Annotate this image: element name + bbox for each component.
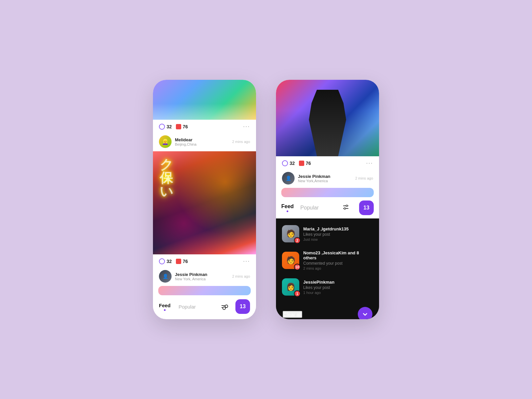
notif-time-3: 1 hour ago	[303, 291, 373, 295]
shares-count-2: 76	[183, 259, 188, 264]
user-row-jessie: 👤 Jessie Pinkman New York, America 2 min…	[153, 268, 256, 286]
tab-feed[interactable]: Feed	[281, 203, 294, 212]
notif-users-3: JessiePinkman	[303, 280, 373, 285]
notification-tabs: Feed Popular 13	[276, 197, 379, 218]
next-post-preview	[158, 286, 251, 295]
notif-time-1: Just now	[303, 237, 373, 241]
notif-content-1: Maria_J ,Igetdrunk135 Likes your post Ju…	[303, 226, 373, 241]
svg-point-1	[346, 205, 348, 207]
right-top-image	[276, 80, 379, 156]
tab-popular[interactable]: Popular	[300, 205, 319, 211]
right-shares-icon	[299, 161, 304, 166]
nav-feed-label: Feed	[159, 303, 171, 308]
notif-users-1: Maria_J ,Igetdrunk135	[303, 226, 373, 231]
stats-row-1: 32 76 ···	[153, 120, 256, 133]
right-filter-icon[interactable]	[342, 204, 349, 212]
notif-avatar-wrap-1: 🧑 2	[282, 225, 299, 242]
time-melidear: 2 mins ago	[232, 140, 250, 144]
filter-line-2	[221, 307, 227, 308]
stats-row-2: 32 76 ···	[153, 254, 256, 268]
notifications-footer: Clear all	[276, 302, 379, 319]
right-user-info: Jessie Pinkman New York,America	[298, 174, 352, 183]
notif-item-3[interactable]: 👩 1 JessiePinkman Likes your post 1 hour…	[276, 274, 379, 300]
filter-icon[interactable]	[221, 305, 227, 308]
likes-count: 32	[167, 124, 172, 129]
notif-item-2[interactable]: 🧑 10 Nomo23 ,JessicaKim and 8 others Com…	[276, 246, 379, 274]
right-time: 2 mins ago	[355, 176, 373, 180]
user-location-jessie: New York, America	[175, 277, 229, 281]
right-likes-icon	[282, 160, 288, 166]
right-post-preview	[281, 188, 374, 197]
notif-item-1[interactable]: 🧑 2 Maria_J ,Igetdrunk135 Likes your pos…	[276, 221, 379, 246]
post-image: ク保い	[153, 151, 256, 254]
user-name-jessie: Jessie Pinkman	[175, 272, 229, 277]
tab-feed-dot	[287, 210, 288, 212]
avatar-melidear: 👱‍♀️	[159, 135, 172, 148]
more-options-icon[interactable]: ···	[243, 123, 250, 130]
tab-feed-label: Feed	[281, 203, 294, 209]
notif-action-3: Likes your post	[303, 285, 373, 290]
more-options-icon-2[interactable]: ···	[243, 258, 250, 265]
notif-avatar-wrap-3: 👩 1	[282, 278, 299, 296]
user-info-melidear: Melidear Beijing,China	[175, 137, 229, 146]
user-row-melidear: 👱‍♀️ Melidear Beijing,China 2 mins ago	[153, 133, 256, 151]
right-notification-count: 13	[363, 205, 369, 211]
user-info-jessie: Jessie Pinkman New York, America	[175, 272, 229, 281]
nav-feed[interactable]: Feed	[159, 303, 171, 311]
shares-count: 76	[183, 124, 188, 129]
notif-count-3: 1	[294, 290, 301, 297]
neon-sign: ク保い	[160, 158, 173, 198]
bottom-nav: Feed Popular 13	[153, 295, 256, 319]
shares-icon-2	[176, 259, 181, 264]
likes-count-2: 32	[167, 259, 172, 264]
right-more-options[interactable]: ···	[366, 160, 373, 167]
left-phone: 32 76 ··· 👱‍♀️ Melidear Beijing,China 2 …	[153, 80, 256, 319]
notif-action-2: Commented your post	[303, 261, 373, 266]
likes-icon	[159, 124, 165, 130]
right-user-row: 👤 Jessie Pinkman New York,America 2 mins…	[276, 170, 379, 188]
notifications-list: 🧑 2 Maria_J ,Igetdrunk135 Likes your pos…	[276, 218, 379, 302]
notif-count-2: 10	[294, 264, 301, 270]
notif-avatar-wrap-2: 🧑 10	[282, 252, 299, 269]
right-stats-row: 32 76 ···	[276, 156, 379, 170]
user-name-melidear: Melidear	[175, 137, 229, 142]
clear-all-button[interactable]: Clear all	[283, 311, 302, 318]
notifications-panel: 🧑 2 Maria_J ,Igetdrunk135 Likes your pos…	[276, 218, 379, 319]
notif-action-1: Likes your post	[303, 232, 373, 237]
nav-popular[interactable]: Popular	[179, 304, 196, 310]
right-shares-count: 76	[306, 161, 311, 166]
avatar-jessie: 👤	[159, 270, 172, 283]
chevron-down-button[interactable]	[358, 307, 372, 319]
svg-point-3	[344, 208, 346, 209]
user-location-melidear: Beijing,China	[175, 142, 229, 146]
likes-stat-2: 32	[159, 258, 172, 264]
nav-popular-label: Popular	[179, 304, 196, 310]
notif-count-1: 2	[294, 237, 301, 244]
notif-users-2: Nomo23 ,JessicaKim and 8 others	[303, 250, 373, 260]
right-figure-body	[301, 90, 354, 156]
shares-stat-2: 76	[176, 259, 188, 264]
notif-content-2: Nomo23 ,JessicaKim and 8 others Commente…	[303, 250, 373, 270]
right-shares-stat: 76	[299, 161, 311, 166]
notification-count: 13	[240, 304, 246, 310]
right-notification-badge[interactable]: 13	[359, 200, 374, 215]
post-image-inner: ク保い	[153, 151, 256, 254]
likes-icon-2	[159, 258, 165, 264]
nav-feed-dot	[164, 309, 166, 311]
right-likes-count: 32	[290, 161, 295, 166]
likes-stat: 32	[159, 124, 172, 130]
right-user-location: New York,America	[298, 179, 352, 183]
right-avatar-jessie: 👤	[282, 172, 295, 185]
right-figure	[301, 90, 354, 156]
notif-content-3: JessiePinkman Likes your post 1 hour ago	[303, 280, 373, 295]
filter-line-1	[221, 305, 227, 306]
notification-badge[interactable]: 13	[235, 299, 250, 314]
notif-time-2: 2 mins ago	[303, 266, 373, 270]
right-likes-stat: 32	[282, 160, 295, 166]
shares-stat: 76	[176, 124, 188, 129]
time-jessie: 2 mins ago	[232, 274, 250, 278]
right-user-name: Jessie Pinkman	[298, 174, 352, 179]
shares-icon	[176, 124, 181, 129]
right-phone: 32 76 ··· 👤 Jessie Pinkman New York,Amer…	[276, 80, 379, 319]
top-banner-image	[153, 80, 256, 120]
